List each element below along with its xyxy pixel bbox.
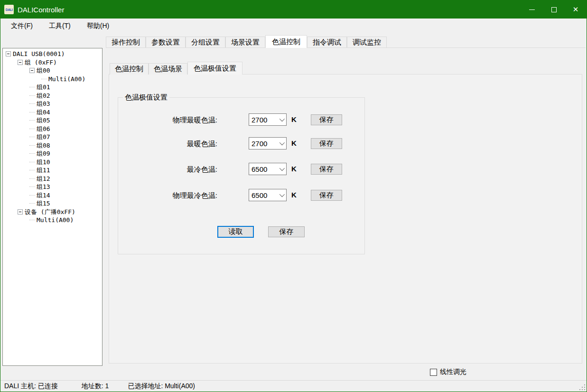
main-tab-4[interactable]: 色温控制 bbox=[265, 35, 307, 48]
tree-connector bbox=[29, 220, 35, 220]
tree-item-label: Multi(A00) bbox=[48, 75, 85, 83]
row-save-button[interactable]: 保存 bbox=[311, 164, 342, 175]
tree-item[interactable]: 组07 bbox=[3, 133, 102, 141]
tree-item[interactable]: 组03 bbox=[3, 100, 102, 108]
menu-item-2[interactable]: 帮助(H) bbox=[81, 19, 115, 33]
footer-strip: 线性调光 bbox=[0, 364, 587, 380]
form-row: 物理最暖色温:2700K保存 bbox=[118, 113, 364, 126]
tree-item-label: 组07 bbox=[37, 133, 50, 141]
maximize-icon bbox=[551, 7, 557, 12]
linear-dimming-label: 线性调光 bbox=[440, 368, 466, 376]
row-label: 最暖色温: bbox=[118, 140, 217, 149]
tree-item[interactable]: 组02 bbox=[3, 92, 102, 100]
main-tab-0[interactable]: 操作控制 bbox=[106, 37, 146, 48]
chevron-down-icon bbox=[280, 116, 285, 121]
tree-item[interactable]: 设备 (广播0xFF) bbox=[3, 208, 102, 216]
tree-item-label: 组 (0xFF) bbox=[25, 58, 57, 66]
close-button[interactable]: ✕ bbox=[565, 0, 587, 19]
combobox-value: 6500 bbox=[252, 165, 267, 173]
window-title: DALIController bbox=[18, 6, 64, 14]
tree-item-label: 组15 bbox=[37, 199, 50, 207]
tree-item[interactable]: 组11 bbox=[3, 166, 102, 175]
unit-label: K bbox=[291, 115, 297, 123]
linear-dimming-checkbox[interactable] bbox=[430, 369, 437, 376]
menu-item-1[interactable]: 工具(T) bbox=[43, 19, 76, 33]
tree-item[interactable]: DALI USB(0001) bbox=[3, 50, 102, 58]
color-temp-combobox[interactable]: 2700 bbox=[249, 137, 287, 149]
sub-tab-2[interactable]: 色温极值设置 bbox=[187, 62, 242, 75]
tree-connector bbox=[29, 120, 35, 121]
tree-item[interactable]: 组01 bbox=[3, 83, 102, 92]
tree-item-label: DALI USB(0001) bbox=[13, 50, 65, 58]
tree-item[interactable]: 组08 bbox=[3, 141, 102, 150]
tree-item[interactable]: 组14 bbox=[3, 191, 102, 200]
title-bar: DALI DALIController ✕ bbox=[0, 0, 587, 19]
tree-item-label: 组12 bbox=[37, 175, 50, 183]
combobox-value: 2700 bbox=[252, 140, 267, 148]
dali-controller-window: { "window": { "title": "DALIController",… bbox=[0, 0, 587, 392]
tree-item[interactable]: 组13 bbox=[3, 183, 102, 191]
maximize-button[interactable] bbox=[543, 0, 565, 19]
tree-item-label: 组01 bbox=[37, 83, 50, 91]
tree-item[interactable]: 组12 bbox=[3, 175, 102, 183]
main-tab-1[interactable]: 参数设置 bbox=[146, 37, 186, 48]
read-button[interactable]: 读取 bbox=[217, 226, 254, 238]
tree-item-label: 组06 bbox=[37, 125, 50, 133]
tree-item-label: 组13 bbox=[37, 183, 50, 191]
sub-tab-0[interactable]: 色温控制 bbox=[110, 63, 149, 75]
tree-item[interactable]: 组 (0xFF) bbox=[3, 58, 102, 67]
tree-item[interactable]: Multi(A00) bbox=[3, 75, 102, 84]
device-tree: DALI USB(0001)组 (0xFF)组00Multi(A00)组01组0… bbox=[2, 48, 102, 366]
tree-expander-icon[interactable] bbox=[6, 51, 11, 56]
unit-label: K bbox=[291, 139, 297, 147]
row-label: 最冷色温: bbox=[118, 165, 217, 174]
main-tab-6[interactable]: 调试监控 bbox=[347, 37, 387, 48]
save-all-button[interactable]: 保存 bbox=[268, 226, 305, 237]
close-icon: ✕ bbox=[573, 5, 579, 14]
tree-item-label: Multi(A00) bbox=[37, 216, 74, 224]
color-temp-combobox[interactable]: 6500 bbox=[249, 163, 287, 175]
tree-item[interactable]: 组04 bbox=[3, 108, 102, 117]
status-item-2: 已选择地址: Multi(A00) bbox=[128, 382, 195, 391]
main-tab-2[interactable]: 分组设置 bbox=[186, 37, 225, 48]
combobox-value: 6500 bbox=[252, 191, 267, 199]
tree-connector bbox=[29, 129, 35, 129]
tree-item[interactable]: 组00 bbox=[3, 66, 102, 75]
tree-expander-icon[interactable] bbox=[18, 209, 23, 215]
tree-connector bbox=[29, 95, 35, 96]
tree-expander-icon[interactable] bbox=[18, 60, 23, 65]
unit-label: K bbox=[291, 165, 297, 173]
combobox-value: 2700 bbox=[252, 116, 267, 124]
row-save-button[interactable]: 保存 bbox=[311, 114, 342, 125]
tree-connector bbox=[41, 79, 47, 79]
menu-item-0[interactable]: 文件(F) bbox=[5, 19, 38, 33]
minimize-button[interactable] bbox=[521, 0, 543, 19]
color-temp-combobox[interactable]: 6500 bbox=[249, 189, 287, 201]
main-tab-3[interactable]: 场景设置 bbox=[225, 37, 265, 48]
tree-item-label: 组14 bbox=[37, 191, 50, 199]
tree-connector bbox=[29, 178, 35, 179]
resize-grip[interactable] bbox=[579, 384, 585, 390]
tree-item-label: 组10 bbox=[37, 158, 50, 166]
tree-connector bbox=[29, 137, 35, 137]
tree-item[interactable]: 组05 bbox=[3, 116, 102, 125]
sub-tab-1[interactable]: 色温场景 bbox=[149, 63, 187, 75]
form-row: 最冷色温:6500K保存 bbox=[118, 163, 364, 175]
tree-connector bbox=[29, 203, 35, 204]
main-tab-5[interactable]: 指令调试 bbox=[307, 37, 347, 48]
tree-connector bbox=[29, 87, 35, 87]
tree-item[interactable]: 组15 bbox=[3, 199, 102, 208]
tree-item[interactable]: 组09 bbox=[3, 149, 102, 158]
tree-item[interactable]: 组06 bbox=[3, 125, 102, 133]
tree-item[interactable]: Multi(A00) bbox=[3, 216, 102, 224]
tree-item[interactable]: 组10 bbox=[3, 158, 102, 167]
row-save-button[interactable]: 保存 bbox=[311, 190, 342, 201]
tree-expander-icon[interactable] bbox=[29, 68, 35, 73]
row-save-button[interactable]: 保存 bbox=[311, 138, 342, 149]
menu-bar: 文件(F)工具(T)帮助(H) bbox=[0, 19, 587, 34]
tree-connector bbox=[29, 145, 35, 146]
linear-dimming-option[interactable]: 线性调光 bbox=[430, 368, 466, 376]
chevron-down-icon bbox=[280, 192, 285, 197]
main-tab-page-border bbox=[106, 47, 586, 48]
color-temp-combobox[interactable]: 2700 bbox=[249, 113, 287, 126]
